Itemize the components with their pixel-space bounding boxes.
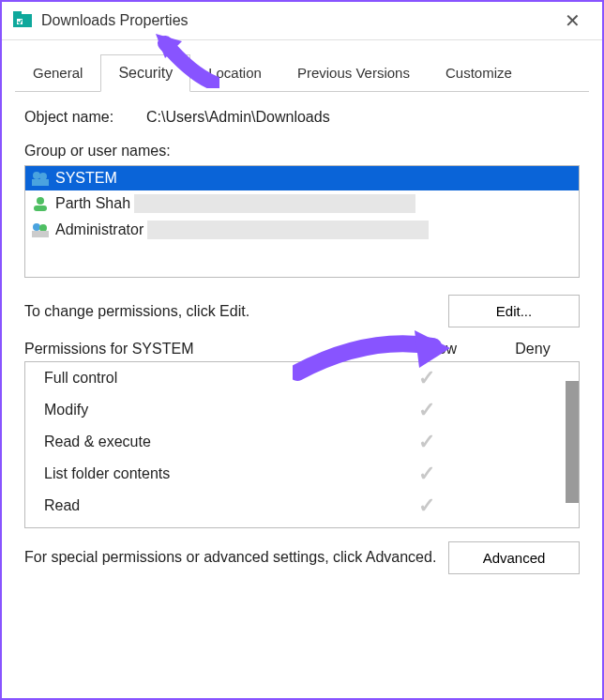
permission-row: Full control ✓ [25, 362, 579, 394]
svg-point-4 [39, 173, 47, 180]
permission-row: Read ✓ [25, 490, 579, 522]
user-item-administrators[interactable]: Administrator [25, 217, 579, 243]
redacted-text [134, 194, 415, 213]
deny-header: Deny [486, 341, 580, 358]
object-path: C:\Users\Admin\Downloads [146, 109, 330, 126]
user-name: Parth Shah [55, 195, 130, 212]
svg-point-3 [33, 172, 40, 179]
permission-row: Read & execute ✓ [25, 426, 579, 458]
edit-hint-text: To change permissions, click Edit. [24, 303, 448, 320]
permission-row: Modify ✓ [25, 394, 579, 426]
group-icon [31, 221, 50, 238]
svg-rect-1 [13, 11, 22, 16]
edit-button[interactable]: Edit... [448, 295, 580, 327]
tab-customize[interactable]: Customize [428, 54, 530, 92]
check-icon: ✓ [418, 494, 435, 517]
svg-point-6 [37, 197, 44, 205]
advanced-button[interactable]: Advanced [448, 541, 580, 574]
svg-rect-5 [32, 179, 49, 186]
tab-content: Object name: C:\Users\Admin\Downloads Gr… [15, 91, 589, 584]
svg-point-9 [39, 224, 47, 232]
permission-name: Modify [37, 402, 380, 418]
user-name: Administrator [55, 221, 143, 238]
group-icon [31, 170, 50, 187]
permissions-title: Permissions for SYSTEM [24, 341, 392, 358]
tab-location[interactable]: Location [190, 54, 279, 92]
user-item-system[interactable]: SYSTEM [25, 166, 579, 190]
users-listbox[interactable]: SYSTEM Parth Shah Administrator [24, 165, 580, 278]
tabstrip: General Security Location Previous Versi… [2, 40, 602, 91]
check-icon: ✓ [418, 430, 435, 453]
permission-name: List folder contents [37, 465, 380, 482]
groups-label: Group or user names: [24, 143, 580, 160]
tab-security[interactable]: Security [100, 54, 190, 92]
permission-name: Read [37, 497, 380, 514]
svg-rect-7 [34, 205, 47, 211]
tab-previous-versions[interactable]: Previous Versions [279, 54, 428, 92]
object-name-label: Object name: [24, 109, 146, 126]
scrollbar-thumb[interactable] [566, 381, 579, 503]
permission-name: Full control [37, 370, 380, 387]
check-icon: ✓ [418, 366, 435, 389]
folder-icon [13, 11, 41, 31]
title-bar: Downloads Properties ✕ [2, 2, 602, 40]
advanced-hint-text: For special permissions or advanced sett… [24, 548, 448, 568]
permission-name: Read & execute [37, 434, 380, 450]
user-icon [31, 195, 50, 212]
close-button[interactable]: ✕ [553, 9, 591, 32]
permission-row: List folder contents ✓ [25, 458, 579, 490]
check-icon: ✓ [418, 462, 435, 485]
check-icon: ✓ [418, 398, 435, 421]
allow-header: Allow [392, 341, 486, 358]
redacted-text [147, 221, 429, 239]
user-item-parth[interactable]: Parth Shah [25, 190, 579, 217]
user-name: SYSTEM [55, 170, 117, 187]
window-title: Downloads Properties [41, 12, 189, 29]
permissions-listbox[interactable]: Full control ✓ Modify ✓ Read & execute ✓… [24, 361, 580, 528]
svg-rect-10 [32, 231, 49, 237]
tab-general[interactable]: General [15, 54, 100, 92]
svg-point-8 [33, 223, 40, 231]
